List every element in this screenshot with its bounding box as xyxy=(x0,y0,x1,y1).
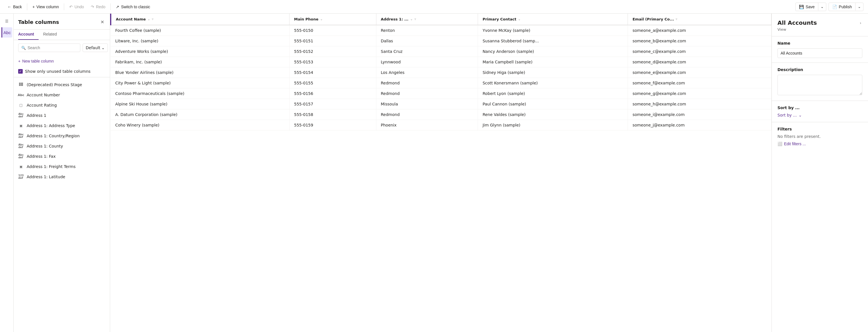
th-account-name[interactable]: Account Name ⌄ ▿ xyxy=(111,13,289,25)
th-email[interactable]: Email (Primary Co... ▿ xyxy=(628,13,772,25)
cell-account-name: Contoso Pharmaceuticals (sample) xyxy=(111,88,289,99)
grid-icon xyxy=(18,82,24,87)
cell-contact: Scott Konersmann (sample) xyxy=(478,78,628,88)
topbar-right: 💾 Save ⌄ 📄 Publish ⌄ xyxy=(795,3,864,11)
name-input[interactable] xyxy=(777,48,862,58)
prop-header: All Accounts › xyxy=(772,13,868,27)
hamburger-button[interactable]: ☰ xyxy=(2,16,12,26)
prop-expand-button[interactable]: › xyxy=(859,20,862,26)
table-row[interactable]: Fabrikam, Inc. (sample) 555-0153 Lynnwoo… xyxy=(111,57,772,67)
tab-related[interactable]: Related xyxy=(43,30,61,40)
cell-address: Redmond xyxy=(376,109,478,120)
cell-phone: 555-0155 xyxy=(289,78,376,88)
column-item-address1-county[interactable]: Abcdef Address 1: County xyxy=(13,141,110,151)
prop-view-label: View xyxy=(772,27,868,36)
column-label: (Deprecated) Process Stage xyxy=(27,82,105,87)
hamburger-icon: ☰ xyxy=(5,19,8,23)
column-label: Account Number xyxy=(27,93,105,97)
cell-contact: Maria Campbell (sample) xyxy=(478,57,628,67)
switch-classic-button[interactable]: ↗ Switch to classic xyxy=(113,3,153,11)
publish-arrow-button[interactable]: ⌄ xyxy=(855,3,863,10)
redo-icon: ↷ xyxy=(91,4,94,9)
address-type-icon: ▣ xyxy=(18,123,24,129)
th-primary-contact[interactable]: Primary Contact ⌄ xyxy=(478,13,628,25)
table-columns-button[interactable]: Abc xyxy=(1,27,12,37)
abc-icon: Abc xyxy=(18,92,24,98)
column-label: Address 1 xyxy=(27,113,105,118)
cell-address: Redmond xyxy=(376,78,478,88)
show-unused-checkbox[interactable]: ✓ xyxy=(18,69,23,74)
main-layout: ☰ Abc Table columns ✕ Account Related 🔍 xyxy=(0,13,868,332)
view-column-button[interactable]: + View column xyxy=(30,3,62,11)
column-item-deprecated-process-stage[interactable]: (Deprecated) Process Stage xyxy=(13,80,110,90)
publish-button[interactable]: 📄 Publish xyxy=(829,3,855,11)
column-label: Account Rating xyxy=(27,103,105,107)
data-table: Account Name ⌄ ▿ Main Phone ⌄ Addr xyxy=(110,13,772,131)
cell-email: someone_i@example.com xyxy=(628,109,772,120)
column-item-address1-country[interactable]: Abcdef Address 1: Country/Region xyxy=(13,131,110,141)
sort-by-label: Sort by ... xyxy=(777,113,797,117)
table-row[interactable]: Litware, Inc. (sample) 555-0151 Dallas S… xyxy=(111,36,772,46)
table-icon: Abc xyxy=(3,30,11,35)
column-item-account-number[interactable]: Abc Account Number xyxy=(13,90,110,100)
table-row[interactable]: Contoso Pharmaceuticals (sample) 555-015… xyxy=(111,88,772,99)
column-item-address1-address-type[interactable]: ▣ Address 1: Address Type xyxy=(13,120,110,131)
cell-contact: Nancy Anderson (sample) xyxy=(478,46,628,57)
topbar: ← Back + View column ↶ Undo ↷ Redo ↗ Swi… xyxy=(0,0,868,13)
column-item-address1-latitude[interactable]: 123def Address 1: Latitude xyxy=(13,172,110,182)
table-row[interactable]: Adventure Works (sample) 555-0152 Santa … xyxy=(111,46,772,57)
cell-contact: Yvonne McKay (sample) xyxy=(478,25,628,36)
cell-address: Phoenix xyxy=(376,120,478,131)
column-label: Address 1: Freight Terms xyxy=(27,164,105,169)
back-button[interactable]: ← Back xyxy=(4,3,25,11)
search-input[interactable] xyxy=(28,46,77,50)
column-item-address1-fax[interactable]: Abcdef Address 1: Fax xyxy=(13,151,110,162)
svg-rect-5 xyxy=(21,84,23,84)
th-email-label: Email (Primary Co... xyxy=(632,17,674,21)
back-icon: ← xyxy=(7,4,11,9)
publish-button-group: 📄 Publish ⌄ xyxy=(829,3,864,11)
th-address-label: Address 1: ... xyxy=(381,17,409,21)
publish-icon: 📄 xyxy=(832,4,837,9)
column-item-account-rating[interactable]: □ Account Rating xyxy=(13,100,110,110)
table-row[interactable]: Blue Yonder Airlines (sample) 555-0154 L… xyxy=(111,67,772,78)
column-item-address1[interactable]: Abcdef Address 1 xyxy=(13,110,110,120)
table-row[interactable]: Coho Winery (sample) 555-0159 Phoenix Ji… xyxy=(111,120,772,131)
close-panel-button[interactable]: ✕ xyxy=(99,18,105,26)
cell-email: someone_b@example.com xyxy=(628,36,772,46)
undo-icon: ↶ xyxy=(69,4,73,9)
save-button[interactable]: 💾 Save xyxy=(796,3,818,11)
column-label: Address 1: County xyxy=(27,144,105,148)
th-address[interactable]: Address 1: ... ⌄ ▿ xyxy=(376,13,478,25)
table-row[interactable]: Alpine Ski House (sample) 555-0157 Misso… xyxy=(111,99,772,109)
th-primary-contact-label: Primary Contact xyxy=(483,17,516,21)
column-item-address1-freight[interactable]: ▣ Address 1: Freight Terms xyxy=(13,162,110,172)
table-row[interactable]: City Power & Light (sample) 555-0155 Red… xyxy=(111,78,772,88)
cell-address: Santa Cruz xyxy=(376,46,478,57)
tab-account[interactable]: Account xyxy=(18,30,39,40)
columns-list: (Deprecated) Process Stage Abc Account N… xyxy=(13,77,110,332)
th-main-phone[interactable]: Main Phone ⌄ xyxy=(289,13,376,25)
new-column-button[interactable]: + New table column xyxy=(18,58,54,64)
save-label-text: Save xyxy=(806,4,815,9)
sort-icon-main-phone: ⌄ xyxy=(320,17,323,21)
save-arrow-button[interactable]: ⌄ xyxy=(818,3,826,10)
edit-filters-button[interactable]: ⬜ Edit filters ... xyxy=(777,142,806,146)
svg-rect-1 xyxy=(19,84,21,84)
table-row[interactable]: A. Datum Corporation (sample) 555-0158 R… xyxy=(111,109,772,120)
save-icon: 💾 xyxy=(799,4,804,9)
redo-button[interactable]: ↷ Redo xyxy=(88,3,108,11)
abcdef-icon: Abcdef xyxy=(18,113,24,118)
description-textarea[interactable] xyxy=(777,75,862,95)
search-box[interactable]: 🔍 xyxy=(18,44,80,52)
prop-title: All Accounts xyxy=(777,19,817,26)
publish-label-text: Publish xyxy=(839,4,852,9)
table-row[interactable]: Fourth Coffee (sample) 555-0150 Renton Y… xyxy=(111,25,772,36)
cell-account-name: Coho Winery (sample) xyxy=(111,120,289,131)
th-account-name-label: Account Name xyxy=(116,17,146,21)
undo-button[interactable]: ↶ Undo xyxy=(66,3,87,11)
column-label: Address 1: Country/Region xyxy=(27,134,105,138)
default-dropdown[interactable]: Default ⌄ xyxy=(83,44,108,52)
abcdef-icon-4: Abcdef xyxy=(18,154,24,159)
sort-by-dropdown[interactable]: Sort by ... ⌄ xyxy=(777,113,862,117)
